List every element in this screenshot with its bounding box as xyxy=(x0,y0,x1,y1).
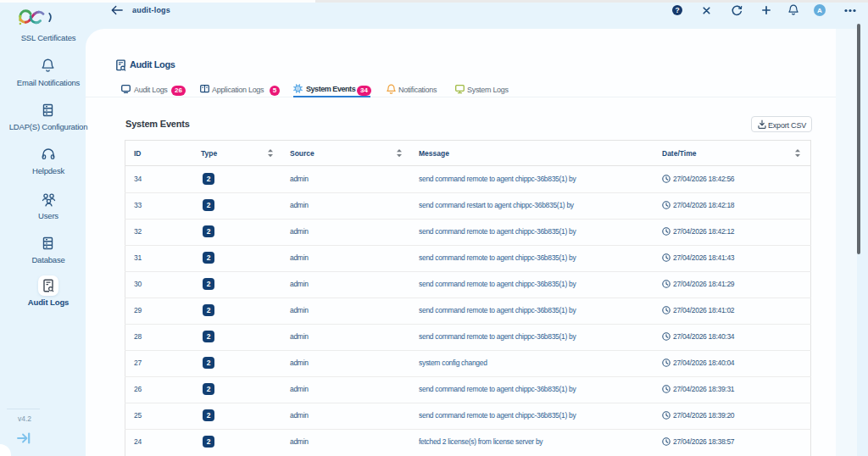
svg-text:?: ? xyxy=(675,6,679,14)
svg-text:A: A xyxy=(817,7,822,14)
